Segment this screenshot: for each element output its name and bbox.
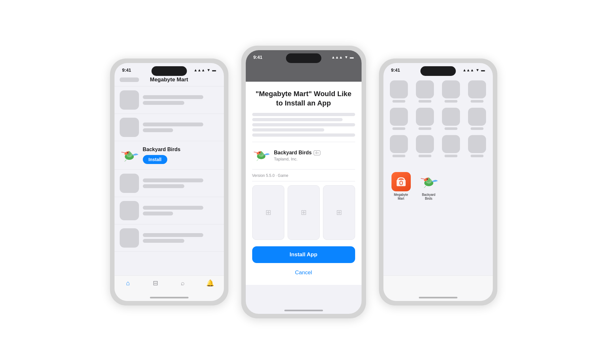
list-line-5a [143,233,204,237]
app-placeholder-11[interactable] [441,135,462,157]
desc-line-5 [252,133,355,137]
backyard-birds-home-icon [419,172,438,191]
list-line-3b [143,184,185,188]
megabyte-mart-app[interactable]: Megabyte Mart [391,172,411,201]
app-placeholder-5[interactable] [389,108,409,130]
app-placeholder-2[interactable] [415,80,436,103]
list-line-5b [143,239,185,243]
modal-app-meta: Version 5.5.0 · Game [252,171,355,181]
phone-3: 9:41 ▲▲▲ ▼ ▬ [379,59,497,305]
modal-app-info: Backyard Birds 4+ Tapland, Inc. [274,150,355,161]
list-text-4 [143,206,219,215]
desc-line-3 [252,123,355,126]
app-placeholder-3[interactable] [441,80,462,103]
app-placeholder-10[interactable] [415,135,436,157]
status-icons-1: ▲▲▲ ▼ ▬ [194,68,216,72]
screenshot-1: ⊞ [252,185,284,240]
image-icon-1: ⊞ [265,208,271,217]
svg-point-5 [127,152,127,153]
tab-arcade[interactable]: 🔔 [206,279,214,287]
install-app-button[interactable]: Install App [252,246,355,263]
home-indicator-1 [150,297,189,298]
dynamic-island-3 [420,66,456,76]
list-line-3a [143,178,204,182]
battery-icon-3: ▬ [481,68,485,72]
list-item-4[interactable] [115,197,224,224]
backyard-birds-row[interactable]: Backyard Birds Install [115,141,224,170]
signal-icon-2: ▲▲▲ [331,55,343,59]
wifi-icon-2: ▼ [345,55,348,59]
list-item-5[interactable] [115,224,224,252]
list-text-5 [143,233,219,243]
tab-games[interactable]: ⊟ [151,279,160,287]
list-icon-1 [120,90,139,110]
list-text-1 [143,95,219,105]
image-icon-3: ⊞ [336,208,342,217]
home-indicator-3 [419,297,457,298]
backyard-birds-icon [120,146,139,165]
image-icon-2: ⊞ [301,208,307,217]
status-icons-2: ▲▲▲ ▼ ▬ [331,55,354,59]
megabyte-mart-name: Megabyte Mart [391,193,411,201]
list-line-1b [143,101,185,105]
svg-point-4 [127,152,128,153]
tab-today[interactable]: ⌂ [124,279,132,287]
app-placeholder-4[interactable] [467,80,488,103]
svg-point-18 [427,178,428,180]
status-time-3: 9:41 [391,68,400,73]
install-button[interactable]: Install [143,155,167,164]
list-icon-4 [120,201,139,220]
list-icon-3 [120,174,139,193]
battery-icon: ▬ [212,68,216,72]
phone-2: 9:41 ▲▲▲ ▼ ▬ "Megabyte Mart" Would Like … [241,46,366,318]
screenshots-row: ⊞ ⊞ ⊞ [252,185,355,240]
featured-text: Backyard Birds Install [143,147,219,164]
app-placeholder-9[interactable] [389,135,409,157]
tab-search[interactable]: ⌕ [179,279,187,287]
app-placeholder-12[interactable] [467,135,488,157]
appstore-nav-title: Megabyte Mart [150,77,188,83]
home-indicator-2 [284,310,323,311]
signal-icon-3: ▲▲▲ [463,68,474,72]
signal-icon: ▲▲▲ [194,68,205,72]
svg-point-19 [427,179,427,179]
desc-line-4 [252,128,324,132]
modal-app-name: Backyard Birds 4+ [274,150,355,156]
list-item-1[interactable] [115,86,224,114]
modal-desc [252,113,355,137]
list-line-1a [143,95,204,99]
list-line-2b [143,128,173,132]
app-placeholder-6[interactable] [415,108,436,130]
dynamic-island-2 [286,53,321,63]
screenshot-3: ⊞ [323,185,355,240]
list-item-2[interactable] [115,114,224,141]
back-button-placeholder [120,77,139,82]
home-icon: ⌂ [124,279,132,287]
cancel-button[interactable]: Cancel [252,267,355,278]
battery-icon-2: ▬ [350,55,354,59]
screenshot-2: ⊞ [288,185,320,240]
status-time-1: 9:41 [122,68,131,73]
list-line-4b [143,212,173,215]
app-grid-row-3 [389,135,488,157]
status-icons-3: ▲▲▲ ▼ ▬ [463,68,485,72]
modal-sheet: "Megabyte Mart" Would Like to Install an… [246,82,362,285]
wifi-icon-3: ▼ [476,68,480,72]
backyard-birds-app[interactable]: Backyard Birds [419,172,439,201]
folder-icon: ⊟ [151,279,160,287]
appstore-navbar: Megabyte Mart [115,75,224,86]
app-placeholder-7[interactable] [441,108,462,130]
app-placeholder-8[interactable] [467,108,488,130]
list-line-4a [143,206,204,210]
list-text-2 [143,123,219,132]
appstore-content: Backyard Birds Install [115,86,224,252]
bell-icon: 🔔 [206,279,214,287]
list-item-3[interactable] [115,170,224,197]
list-icon-5 [120,228,139,248]
app-placeholder-1[interactable] [389,80,409,103]
home-screen-content: Megabyte Mart Backyard [383,75,493,206]
status-time-2: 9:41 [253,55,262,60]
list-line-2a [143,123,204,126]
app-grid-row-1 [389,80,488,103]
modal-title: "Megabyte Mart" Would Like to Install an… [252,89,355,108]
